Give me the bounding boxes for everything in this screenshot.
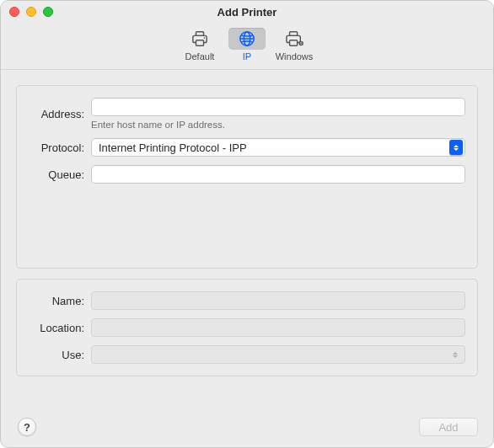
add-printer-window: Add Printer Default [0,0,494,448]
protocol-label: Protocol: [29,141,91,154]
updown-icon [449,140,463,155]
row-address: Address: Enter host name or IP address. [29,98,465,130]
protocol-value: Internet Printing Protocol - IPP [97,141,247,154]
svg-rect-2 [196,40,203,45]
name-label: Name: [29,295,91,307]
row-location: Location: [29,318,465,337]
window-controls [9,7,53,17]
row-queue: Queue: [29,165,465,184]
location-input [91,318,465,337]
row-protocol: Protocol: Internet Printing Protocol - I… [29,138,465,157]
queue-input[interactable] [91,165,465,184]
location-label: Location: [29,322,91,334]
printer-info-group: Name: Location: Use: [16,279,478,376]
updown-icon [449,348,461,361]
minimize-icon[interactable] [26,7,36,17]
name-input [91,291,465,310]
tab-label: Default [185,51,215,61]
address-input[interactable] [91,98,465,116]
titlebar: Add Printer [1,1,493,23]
protocol-select[interactable]: Internet Printing Protocol - IPP [91,138,465,157]
printer-icon [181,28,218,50]
tab-default[interactable]: Default [176,24,223,65]
address-label: Address: [29,108,91,120]
close-icon[interactable] [9,7,19,17]
row-use: Use: [29,345,465,364]
dialog-body: Address: Enter host name or IP address. … [1,70,493,407]
svg-point-3 [204,37,206,39]
tab-windows[interactable]: Windows [271,24,318,65]
address-hint: Enter host name or IP address. [91,120,465,130]
toolbar-segmented-control: Default IP [176,24,318,65]
connection-group: Address: Enter host name or IP address. … [16,85,478,269]
window-title: Add Printer [1,6,493,19]
tab-label: IP [243,51,251,61]
svg-point-11 [300,43,302,45]
globe-icon [228,28,266,50]
help-button[interactable]: ? [18,418,36,436]
use-select [91,345,465,364]
queue-label: Queue: [29,168,91,181]
printer-network-icon [276,28,313,50]
footer: ? Add [1,407,493,447]
toolbar: Default IP [1,23,493,70]
tab-label: Windows [276,51,314,61]
svg-rect-9 [290,40,298,45]
zoom-icon[interactable] [43,7,53,17]
tab-ip[interactable]: IP [223,24,271,65]
add-button: Add [419,418,478,436]
row-name: Name: [29,291,465,310]
use-label: Use: [29,349,91,361]
